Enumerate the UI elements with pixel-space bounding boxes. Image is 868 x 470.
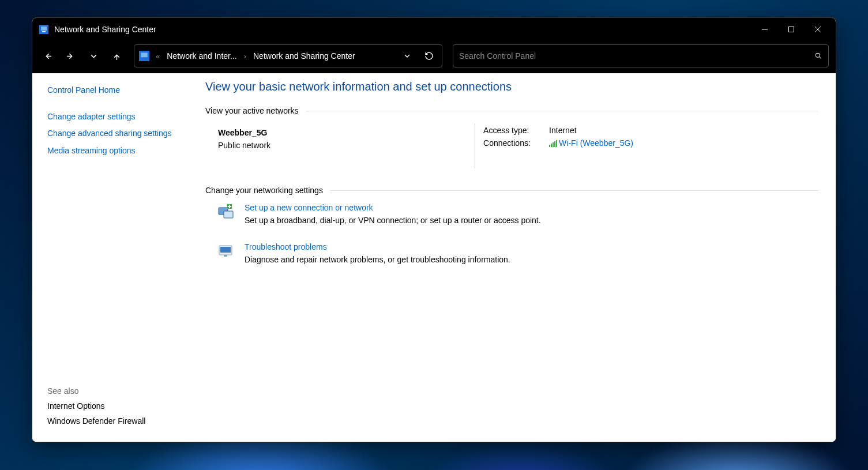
network-summary: Weebber_5G Public network (218, 123, 467, 168)
chevron-left-icon: « (156, 52, 160, 61)
svg-rect-1 (41, 27, 47, 31)
media-streaming-link[interactable]: Media streaming options (47, 145, 175, 157)
vertical-divider (475, 123, 475, 168)
network-sharing-icon (39, 25, 48, 34)
window-title: Network and Sharing Center (54, 25, 156, 34)
network-details: Access type: Internet Connections: Wi-Fi… (483, 123, 633, 168)
windows-defender-firewall-link[interactable]: Windows Defender Firewall (47, 416, 175, 426)
search-input[interactable] (459, 51, 814, 61)
svg-rect-18 (556, 140, 557, 147)
network-type: Public network (218, 141, 467, 150)
access-type-value: Internet (549, 126, 576, 135)
content-area: Control Panel Home Change adapter settin… (32, 73, 836, 442)
svg-line-13 (819, 57, 821, 58)
control-panel-window: Network and Sharing Center « (32, 17, 836, 442)
up-button[interactable] (106, 46, 127, 66)
troubleshoot-link[interactable]: Troubleshoot problems (245, 242, 510, 251)
address-bar[interactable]: « Network and Inter... › Network and Sha… (134, 44, 442, 67)
svg-rect-26 (224, 255, 227, 257)
svg-rect-20 (224, 211, 233, 218)
internet-options-link[interactable]: Internet Options (47, 401, 175, 411)
active-networks: Weebber_5G Public network Access type: I… (218, 123, 633, 168)
control-panel-home-link[interactable]: Control Panel Home (47, 85, 175, 96)
control-panel-icon (139, 51, 149, 61)
history-dropdown-button[interactable] (83, 46, 104, 66)
setup-connection-icon (218, 204, 236, 225)
close-button[interactable] (805, 18, 831, 41)
search-icon (814, 52, 822, 60)
minimize-button[interactable] (751, 18, 778, 41)
change-adapter-settings-link[interactable]: Change adapter settings (47, 111, 175, 123)
svg-point-12 (816, 53, 820, 57)
page-title: View your basic network information and … (205, 80, 818, 93)
connections-label: Connections: (483, 138, 539, 148)
change-settings-header: Change your networking settings (205, 186, 818, 195)
maximize-button[interactable] (778, 18, 805, 41)
main-panel: View your basic network information and … (188, 73, 836, 442)
active-networks-header: View your active networks (205, 106, 818, 115)
svg-rect-11 (141, 52, 147, 57)
sidebar: Control Panel Home Change adapter settin… (32, 73, 188, 442)
breadcrumb-segment-2[interactable]: Network and Sharing Center (253, 51, 355, 61)
network-name: Weebber_5G (218, 128, 467, 137)
svg-rect-25 (220, 247, 231, 253)
search-bar[interactable] (453, 44, 829, 67)
titlebar[interactable]: Network and Sharing Center (32, 18, 836, 41)
setup-connection-desc: Set up a broadband, dial-up, or VPN conn… (245, 216, 541, 225)
svg-rect-15 (551, 144, 552, 147)
svg-rect-14 (549, 145, 550, 147)
troubleshoot-icon (218, 243, 236, 264)
change-advanced-sharing-link[interactable]: Change advanced sharing settings (47, 128, 175, 140)
setup-connection-task: Set up a new connection or network Set u… (218, 203, 633, 225)
troubleshoot-task: Troubleshoot problems Diagnose and repai… (218, 242, 633, 264)
address-dropdown-button[interactable] (398, 47, 416, 65)
chevron-right-icon: › (244, 52, 246, 61)
svg-rect-17 (554, 141, 555, 147)
wifi-signal-icon (549, 140, 557, 149)
svg-rect-2 (42, 31, 46, 32)
navigation-bar: « Network and Inter... › Network and Sha… (32, 41, 836, 73)
svg-rect-4 (789, 27, 794, 32)
setup-connection-link[interactable]: Set up a new connection or network (245, 203, 541, 212)
see-also-label: See also (47, 386, 175, 396)
forward-button[interactable] (60, 46, 81, 66)
breadcrumb-segment-1[interactable]: Network and Inter... (167, 51, 236, 61)
refresh-button[interactable] (420, 47, 438, 65)
troubleshoot-desc: Diagnose and repair network problems, or… (245, 255, 510, 264)
back-button[interactable] (37, 46, 58, 66)
access-type-label: Access type: (483, 126, 539, 135)
connection-link[interactable]: Wi-Fi (Weebber_5G) (549, 138, 633, 148)
svg-rect-16 (553, 142, 554, 147)
